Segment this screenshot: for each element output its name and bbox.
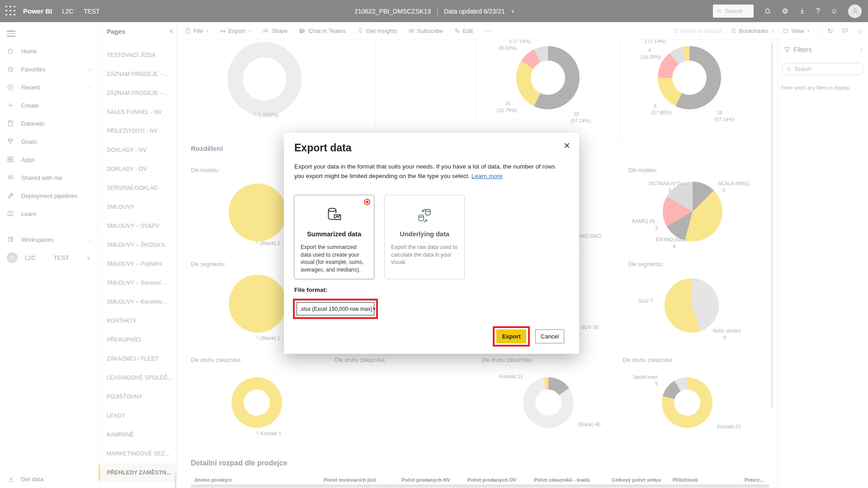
summarized-data-card[interactable]: Summarized data Export the summarized da… (294, 195, 374, 279)
donut-chart-customer-a[interactable] (231, 377, 282, 428)
filters-search-input[interactable] (794, 66, 853, 72)
export-menu[interactable]: ↦ Export ∨ (220, 28, 251, 34)
pages-item[interactable]: ZÁZNAM PRODEJE - ... (99, 84, 177, 103)
search-input[interactable] (725, 8, 750, 14)
radio-selected-icon[interactable] (364, 199, 370, 205)
pages-item[interactable]: ZÁKAZNÍCI / FLEET (99, 349, 177, 368)
chevron-down-icon: ∨ (807, 28, 810, 33)
nav-item-learn[interactable]: Learn (0, 205, 98, 223)
donut-chart-ov[interactable] (658, 46, 721, 109)
pages-item[interactable]: SERVISNÍ DOKLAD (99, 178, 177, 197)
waffle-menu-icon[interactable] (5, 5, 17, 17)
pages-scrollbar[interactable] (175, 473, 176, 488)
pages-item[interactable]: SMLOUVY – Pojištění (99, 254, 177, 273)
notifications-bell-icon[interactable] (764, 8, 771, 15)
pages-item[interactable]: KAMPANĚ (99, 425, 177, 444)
bookmarks-menu[interactable]: Bookmarks ∨ (731, 28, 774, 34)
pages-item[interactable]: PŘÍLEŽITOSTI - NV (99, 122, 177, 141)
table-header[interactable]: Jméno prodejce (194, 477, 232, 483)
table-horizontal-scrollbar[interactable] (191, 484, 769, 488)
user-avatar[interactable] (848, 5, 862, 18)
table-header[interactable]: Počet prodaných NV (401, 477, 450, 483)
environment-name[interactable]: TEST (84, 8, 100, 15)
pages-item[interactable]: MARKETINGOVÉ SEZ... (99, 444, 177, 463)
learn-more-link[interactable]: Learn more (472, 173, 503, 179)
nav-item-home[interactable]: Home (0, 42, 98, 60)
underlying-data-card[interactable]: Underlying data Export the raw data used… (384, 195, 465, 279)
refresh-button[interactable]: ↻ (827, 28, 833, 34)
get-insights-button[interactable]: Get insights (357, 28, 397, 34)
table-header[interactable]: Počet prodaných OV (467, 477, 516, 483)
subscribe-button[interactable]: ✉ Subscribe (409, 28, 443, 34)
get-data-button[interactable]: Get data (0, 470, 98, 488)
pages-item[interactable]: TESTOVACÍ JÍZDA (99, 46, 177, 65)
pages-item[interactable]: SALES FUNNEL - NV (99, 103, 177, 122)
chevron-down-icon[interactable]: ∨ (511, 9, 514, 14)
table-header[interactable]: Příležitosti (673, 477, 698, 483)
pages-item[interactable]: DOKLADY - OV (99, 160, 177, 178)
help-icon[interactable]: ? (816, 8, 820, 15)
pages-item[interactable]: SMLOUVY – SV&PV (99, 216, 177, 235)
nav-item-goals[interactable]: Goals (0, 132, 98, 150)
pages-item[interactable]: POJIŠŤOVNY (99, 387, 177, 406)
workspace-name[interactable]: L2C (62, 8, 74, 15)
chevron-right-icon[interactable]: › (860, 45, 863, 53)
chat-in-teams-button[interactable]: Chat in Teams (299, 28, 346, 34)
nav-item-current-workspace[interactable]: L2C TEST ∨ (0, 249, 98, 267)
table-header[interactable]: Počet zákazníků - leadů (534, 477, 590, 483)
pages-item[interactable]: SMLOUVY – Servisní ... (99, 273, 177, 292)
collapse-pages-icon[interactable]: « (169, 27, 173, 35)
filters-search[interactable] (782, 63, 863, 75)
cancel-button[interactable]: Cancel (535, 329, 564, 343)
favorite-star-button[interactable]: ☆ (857, 28, 863, 34)
donut-chart-total[interactable] (227, 42, 302, 116)
pie-chart-model-right[interactable] (663, 182, 722, 241)
pages-item[interactable]: SMLOUVY – ŠKODA b... (99, 235, 177, 254)
nav-item-datasets[interactable]: Datasets (0, 114, 98, 132)
file-format-dropdown[interactable]: .xlsx (Excel 150,000-row max) ∨ (297, 302, 374, 315)
pages-item[interactable]: SMLOUVY – Konektiv... (99, 292, 177, 311)
global-search[interactable] (713, 5, 754, 18)
nav-item-recent[interactable]: Recent › (0, 78, 98, 96)
nav-item-shared-with-me[interactable]: Shared with me (0, 169, 98, 187)
nav-item-workspaces[interactable]: Workspaces › (0, 230, 98, 249)
edit-button[interactable]: ✎ Edit (454, 28, 473, 34)
pages-item[interactable]: ZÁZNAM PRODEJE - ... (99, 65, 177, 84)
nav-item-apps[interactable]: Apps (0, 150, 98, 169)
settings-gear-icon[interactable]: ⚙ (782, 8, 788, 15)
donut-chart-customer-c[interactable] (662, 377, 712, 428)
reset-to-default-button[interactable]: ↺ Reset to default (672, 28, 722, 34)
more-options-button[interactable]: ⋯ (484, 28, 490, 34)
chevron-right-icon: › (89, 84, 91, 91)
close-icon[interactable]: × (564, 140, 570, 151)
table-header[interactable]: Celkový počet smluv (612, 477, 661, 483)
table-header[interactable]: Počet testovacích jízd (324, 477, 376, 483)
donut-chart-customer-b[interactable] (523, 377, 574, 428)
app-logo[interactable]: Power BI (23, 7, 52, 15)
nav-item-create[interactable]: Create (0, 96, 98, 114)
download-icon[interactable] (799, 8, 806, 14)
pages-item[interactable]: KONTAKTY (99, 311, 177, 330)
table-header[interactable]: Potvrz... (745, 477, 764, 483)
report-vertical-scrollbar[interactable] (771, 43, 773, 409)
pages-item[interactable]: PŘEKUPNÍCI (99, 330, 177, 349)
share-button[interactable]: Share (262, 28, 288, 34)
feedback-smiley-icon[interactable]: ☺ (830, 8, 838, 15)
pages-item[interactable]: DOKLADY - NV (99, 141, 177, 160)
pages-item[interactable]: LEADY (99, 406, 177, 425)
pie-chart-segment-left[interactable] (229, 275, 287, 333)
data-updated-label[interactable]: Data updated 6/23/21 (444, 8, 505, 15)
nav-item-deployment-pipelines[interactable]: Deployment pipelines (0, 187, 98, 205)
pages-item[interactable]: LEASINGOVÉ SPOLEČ... (99, 368, 177, 387)
view-menu[interactable]: View ∨ (783, 28, 810, 34)
pie-chart-model-left[interactable] (229, 183, 287, 241)
comments-button[interactable] (842, 28, 848, 34)
file-menu[interactable]: File ∨ (184, 28, 209, 34)
pages-item[interactable]: SMLOUVY (99, 197, 177, 216)
nav-hamburger-icon[interactable] (7, 29, 15, 38)
donut-chart-nv[interactable] (516, 46, 580, 109)
export-button[interactable]: Export (496, 329, 526, 343)
pages-item-selected[interactable]: PŘEHLEDY ZAMĚSTN... (99, 463, 177, 482)
nav-item-favorites[interactable]: Favorites › (0, 60, 98, 78)
pie-chart-segment-right[interactable] (665, 278, 719, 333)
